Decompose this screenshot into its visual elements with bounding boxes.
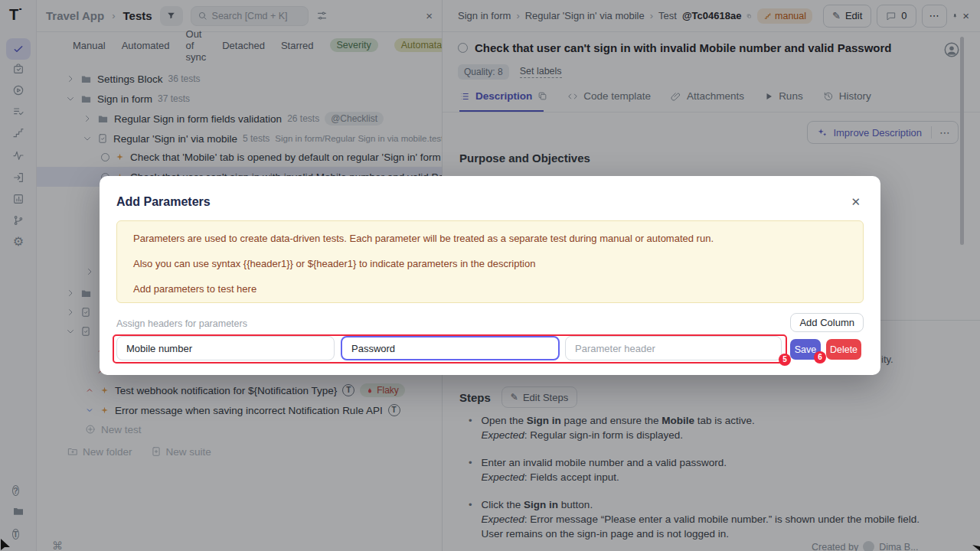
corner-cursor-artifact: [971, 542, 980, 551]
add-column-button[interactable]: Add Column: [790, 313, 864, 332]
annotation-mark-6: 6: [814, 351, 826, 364]
assign-headers-label: Assign headers for parameters: [116, 318, 247, 329]
info-line: Add parameters to test here: [133, 283, 847, 295]
info-line: Also you can use syntax {{header1}} or $…: [133, 258, 847, 269]
mouse-cursor: [0, 536, 14, 551]
parameters-info-box: Parameters are used to create data-drive…: [116, 220, 864, 303]
info-line: Parameters are used to create data-drive…: [133, 233, 847, 244]
annotation-mark-5: 5: [779, 354, 791, 366]
app-root: T˙ ⚙ ?: [0, 0, 980, 551]
parameter-header-input-3[interactable]: [565, 336, 782, 360]
modal-title: Add Parameters: [116, 195, 211, 209]
add-parameters-modal: Add Parameters ✕ Parameters are used to …: [100, 176, 880, 375]
modal-close-icon[interactable]: ✕: [851, 195, 861, 209]
parameter-header-input-2[interactable]: [341, 336, 560, 360]
delete-button[interactable]: Delete: [826, 339, 861, 360]
parameter-header-input-1[interactable]: [116, 336, 335, 360]
